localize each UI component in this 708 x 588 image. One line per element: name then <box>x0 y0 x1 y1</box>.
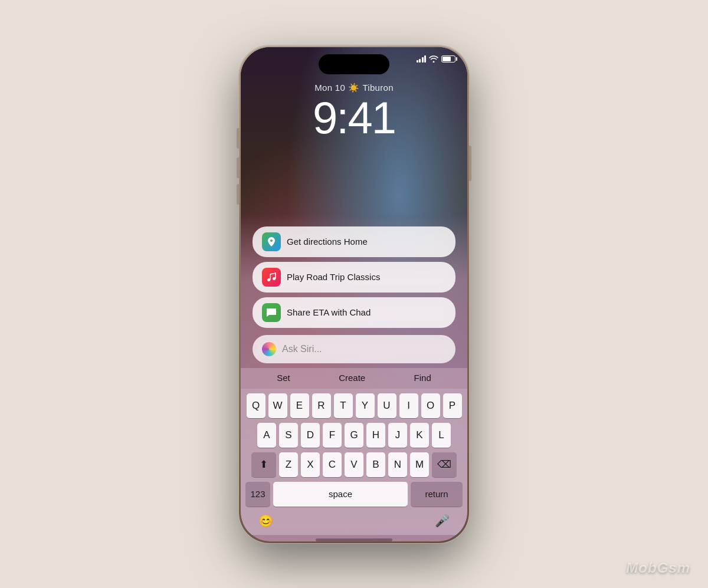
siri-search-bar[interactable]: Ask Siri... <box>253 335 455 363</box>
phone-screen: Mon 10 ☀️ Tiburon 9:41 Get directions Ho… <box>241 47 467 541</box>
bottom-bar: 😊 🎤 <box>241 509 467 535</box>
watermark: MobGsm <box>626 560 690 576</box>
suggestion-messages[interactable]: Share ETA with Chad <box>253 297 455 328</box>
keyboard: Q W E R T Y U I O P A S D F G <box>241 389 467 509</box>
key-n[interactable]: N <box>388 452 407 477</box>
key-x[interactable]: X <box>301 452 320 477</box>
keyboard-row-bottom: 123 space return <box>243 482 465 507</box>
shortcut-find[interactable]: Find <box>402 370 443 385</box>
key-v[interactable]: V <box>345 452 363 477</box>
lock-screen-content: Mon 10 ☀️ Tiburon 9:41 <box>241 83 467 142</box>
suggestion-directions-text: Get directions Home <box>287 236 368 247</box>
key-h[interactable]: H <box>366 423 385 448</box>
siri-area: Get directions Home Play Road Trip Class… <box>241 215 467 541</box>
key-delete[interactable]: ⌫ <box>432 452 457 477</box>
music-icon <box>262 268 281 287</box>
phone-device: Mon 10 ☀️ Tiburon 9:41 Get directions Ho… <box>239 45 469 543</box>
suggestion-music[interactable]: Play Road Trip Classics <box>253 262 455 293</box>
key-g[interactable]: G <box>345 423 363 448</box>
suggestions-list: Get directions Home Play Road Trip Class… <box>241 226 467 328</box>
keyboard-row-1: Q W E R T Y U I O P <box>243 393 465 418</box>
key-space[interactable]: space <box>273 482 408 507</box>
suggestion-directions[interactable]: Get directions Home <box>253 226 455 257</box>
key-numbers[interactable]: 123 <box>245 482 270 507</box>
key-q[interactable]: Q <box>247 393 266 418</box>
svg-point-0 <box>270 239 273 242</box>
dynamic-island <box>319 54 389 74</box>
keyboard-row-3: ⬆ Z X C V B N M ⌫ <box>243 452 465 477</box>
suggestion-messages-text: Share ETA with Chad <box>287 307 371 317</box>
key-z[interactable]: Z <box>279 452 298 477</box>
key-f[interactable]: F <box>323 423 342 448</box>
emoji-icon[interactable]: 😊 <box>258 514 273 528</box>
key-o[interactable]: O <box>421 393 440 418</box>
key-y[interactable]: Y <box>356 393 375 418</box>
key-d[interactable]: D <box>301 423 320 448</box>
key-t[interactable]: T <box>334 393 353 418</box>
key-u[interactable]: U <box>378 393 396 418</box>
mic-icon[interactable]: 🎤 <box>435 514 450 528</box>
key-b[interactable]: B <box>366 452 385 477</box>
status-icons <box>417 55 456 63</box>
wifi-icon <box>429 55 438 63</box>
suggestion-music-text: Play Road Trip Classics <box>287 272 380 282</box>
key-e[interactable]: E <box>290 393 309 418</box>
key-s[interactable]: S <box>279 423 298 448</box>
key-return[interactable]: return <box>411 482 463 507</box>
key-w[interactable]: W <box>268 393 287 418</box>
keyboard-shortcuts-row: Set Create Find <box>241 368 467 389</box>
messages-icon <box>262 303 281 322</box>
key-i[interactable]: I <box>399 393 418 418</box>
lock-date: Mon 10 ☀️ Tiburon <box>241 83 467 93</box>
siri-orb-icon <box>262 342 276 356</box>
key-p[interactable]: P <box>443 393 462 418</box>
key-r[interactable]: R <box>312 393 331 418</box>
shortcut-set[interactable]: Set <box>265 370 302 385</box>
keyboard-row-2: A S D F G H J K L <box>243 423 465 448</box>
key-j[interactable]: J <box>388 423 407 448</box>
signal-strength-icon <box>417 55 427 63</box>
key-l[interactable]: L <box>432 423 451 448</box>
shortcut-create[interactable]: Create <box>327 370 377 385</box>
key-a[interactable]: A <box>257 423 276 448</box>
key-shift[interactable]: ⬆ <box>251 452 276 477</box>
lock-time: 9:41 <box>241 94 467 142</box>
maps-icon <box>262 232 281 251</box>
key-k[interactable]: K <box>410 423 429 448</box>
battery-icon <box>441 55 455 63</box>
home-indicator <box>316 538 392 541</box>
key-m[interactable]: M <box>410 452 429 477</box>
key-c[interactable]: C <box>323 452 342 477</box>
siri-input-placeholder: Ask Siri... <box>282 344 446 354</box>
